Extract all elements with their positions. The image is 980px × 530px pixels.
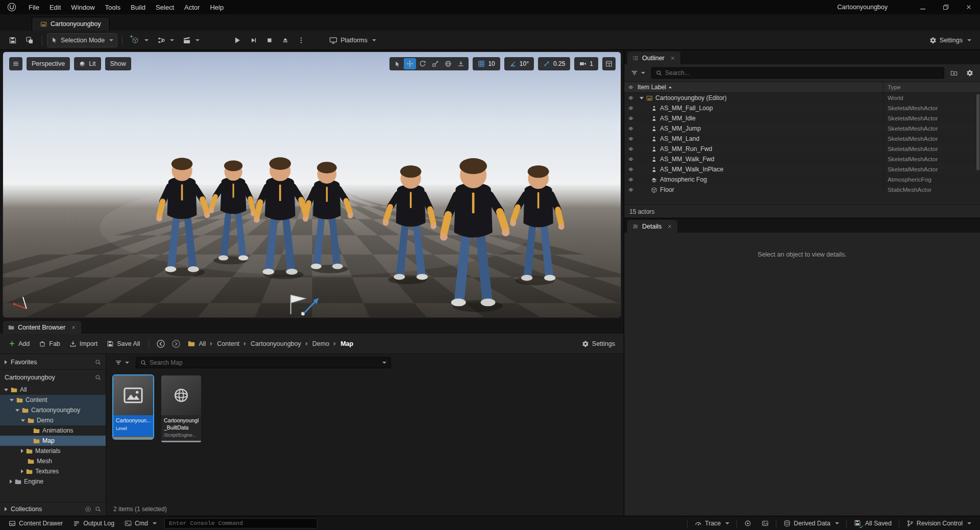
outliner-row-world[interactable]: Cartoonyoungboy (Editor) World [624,93,980,103]
select-tool-button[interactable] [391,58,403,69]
add-button[interactable]: Add [5,337,33,351]
visibility-eye-icon[interactable] [628,156,634,162]
outliner-tab[interactable]: Outliner [627,52,680,64]
menu-file[interactable]: File [23,1,44,14]
visibility-eye-icon[interactable] [628,136,634,142]
outliner-row-actor[interactable]: AS_MM_Idle SkeletalMeshActor [624,113,980,123]
folder-materials[interactable]: Materials [0,446,106,456]
menu-select[interactable]: Select [151,1,179,14]
expand-down-icon[interactable] [4,389,8,391]
outliner-row-actor[interactable]: AS_MM_Jump SkeletalMeshActor [624,123,980,134]
menu-help[interactable]: Help [205,1,229,14]
outliner-row-actor[interactable]: Floor StaticMeshActor [624,185,980,195]
breadcrumb-cartoonyoungboy[interactable]: Cartoonyoungboy [250,339,302,348]
menu-window[interactable]: Window [66,1,100,14]
expand-down-icon[interactable] [15,409,19,412]
add-collection-icon[interactable] [85,506,91,513]
expand-right-icon[interactable] [10,479,12,484]
sources-root[interactable]: Cartoonyoungboy [0,371,106,384]
scale-tool-button[interactable] [429,58,442,69]
back-button[interactable] [155,338,166,349]
outliner-row-actor[interactable]: AS_MM_Walk_Fwd SkeletalMeshActor [624,154,980,164]
filter-button[interactable] [112,358,132,368]
outliner-row-actor[interactable]: AS_MM_Run_Fwd SkeletalMeshActor [624,144,980,154]
unreal-logo-icon[interactable] [0,3,23,12]
visibility-eye-icon[interactable] [628,115,634,121]
content-browser-settings-button[interactable]: Settings [578,337,619,351]
editor-modes-button[interactable] [22,33,37,47]
rotate-tool-button[interactable] [416,58,429,69]
world-local-toggle[interactable] [442,58,454,69]
play-options-button[interactable] [294,33,308,47]
cmd-dropdown[interactable]: Cmd [120,516,161,530]
menu-build[interactable]: Build [126,1,151,14]
folder-engine[interactable]: Engine [0,476,106,487]
selection-mode-dropdown[interactable]: Selection Mode [47,33,117,47]
close-icon[interactable] [71,325,76,330]
folder-textures[interactable]: Textures [0,466,106,476]
outliner-row-actor[interactable]: AS_MM_Fall_Loop SkeletalMeshActor [624,103,980,113]
viewport-menu-button[interactable] [9,57,22,70]
scale-snap-button[interactable]: 0.25 [538,57,570,70]
asset-search-input[interactable] [150,359,378,366]
outliner-scrollbar[interactable] [976,94,979,170]
blueprints-button[interactable] [154,33,178,47]
surface-snapping-button[interactable] [455,58,467,69]
chevron-down-icon[interactable] [382,362,386,364]
rotation-snap-button[interactable]: 10° [504,57,534,70]
close-icon[interactable] [670,56,675,61]
folder-map[interactable]: Map [0,436,106,446]
content-browser-tab[interactable]: Content Browser [3,321,81,334]
console-command-field[interactable] [164,518,317,528]
outliner-row-actor[interactable]: Atmospheric Fog AtmosphericFog [624,174,980,185]
move-tool-button[interactable] [404,58,416,69]
asset-tile-built-data[interactable]: Cartoonyoungb _BuiltData /Script/Engine.… [161,375,201,442]
expand-right-icon[interactable] [21,449,23,453]
column-type[interactable]: Type [883,82,980,92]
add-actor-button[interactable] [127,33,152,47]
save-button[interactable] [5,33,20,47]
menu-edit[interactable]: Edit [44,1,66,14]
column-item-label[interactable]: Item Label [638,84,883,91]
favorites-section[interactable]: Favorites [0,356,106,368]
screenshot-button[interactable] [757,516,773,530]
content-drawer-button[interactable]: Content Drawer [4,516,67,530]
visibility-eye-icon[interactable] [628,166,634,172]
revision-control-button[interactable]: Revision Control [902,516,976,530]
outliner-search-input[interactable] [665,69,940,77]
outliner-row-actor[interactable]: AS_MM_Land SkeletalMeshActor [624,134,980,144]
expand-down-icon[interactable] [21,419,25,422]
play-button[interactable] [230,33,245,47]
eject-button[interactable] [278,33,292,47]
visibility-eye-icon[interactable] [628,105,634,111]
visibility-eye-icon[interactable] [628,187,634,193]
platforms-dropdown[interactable]: Platforms [326,33,380,47]
eye-icon[interactable] [628,84,634,90]
breadcrumb-demo[interactable]: Demo [311,339,330,348]
skip-button[interactable] [247,33,261,47]
maximize-viewport-button[interactable] [602,57,616,70]
search-icon[interactable] [95,359,101,365]
stop-button[interactable] [262,33,277,47]
derived-data-button[interactable]: Derived Data [779,516,844,530]
output-log-button[interactable]: Output Log [68,516,119,530]
search-icon[interactable] [95,506,101,512]
outliner-settings-button[interactable] [964,67,976,79]
all-saved-button[interactable]: All Saved [849,516,896,530]
show-dropdown[interactable]: Show [105,57,131,70]
folder-cartoonyoungboy[interactable]: Cartoonyoungboy [0,405,106,415]
outliner-filter-button[interactable] [628,68,648,78]
folder-animations[interactable]: Animations [0,425,106,436]
expand-down-icon[interactable] [10,399,14,401]
settings-dropdown[interactable]: Settings [926,33,975,47]
search-icon[interactable] [95,374,101,381]
fab-button[interactable]: Fab [35,337,64,351]
level-tab[interactable]: Cartoonyoungboy [32,17,110,31]
asset-tile-level[interactable]: Cartoonyoun... Level [113,375,153,439]
viewport-3d-scene[interactable]: Perspective Lit Show 10 [3,52,621,317]
trace-button[interactable]: Trace [690,516,734,530]
folder-mesh[interactable]: Mesh [0,456,106,466]
close-button[interactable] [957,0,980,14]
visibility-eye-icon[interactable] [628,125,634,132]
visibility-eye-icon[interactable] [628,146,634,152]
